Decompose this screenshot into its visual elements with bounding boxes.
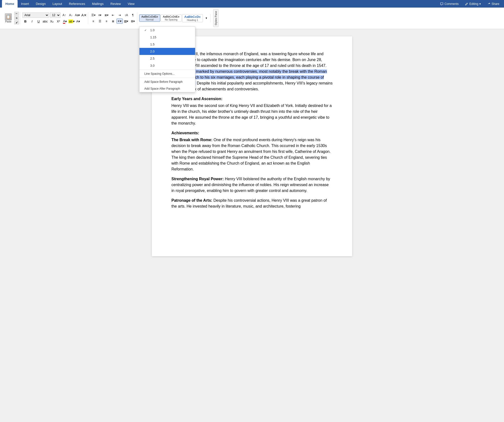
- font-size-select[interactable]: 12: [50, 12, 61, 18]
- comments-label: Comments: [444, 2, 459, 6]
- subscript-button[interactable]: X₂: [49, 19, 55, 24]
- tab-layout[interactable]: Layout: [49, 0, 65, 8]
- borders-button[interactable]: ⊞▾: [130, 19, 136, 24]
- align-center-button[interactable]: ☰: [97, 19, 103, 24]
- pencil-icon: [465, 2, 468, 6]
- document-area: King Henry VIII, the infamous monarch of…: [0, 29, 504, 264]
- font-group: Arial 12 A↑ A↓ Aa▾ A✕ B I U abc X₂ X²: [21, 12, 88, 24]
- paragraph-2: Henry VIII was the second son of King He…: [171, 103, 333, 126]
- tab-view[interactable]: View: [124, 0, 138, 8]
- share-icon: [487, 2, 491, 6]
- heading-break-rome: The Break with Rome:: [171, 138, 212, 142]
- italic-button[interactable]: I: [29, 19, 35, 24]
- dropdown-divider-1: [139, 70, 195, 70]
- style-nospacing-preview: AaBbCcDdEe: [163, 15, 179, 18]
- ribbon-tabs: Home Insert Design Layout References Mai…: [0, 0, 504, 8]
- paste-button[interactable]: 📋 Paste: [3, 12, 14, 24]
- sort-button[interactable]: ↕A: [123, 12, 129, 18]
- style-heading1[interactable]: AaBbCcDc Heading 1: [182, 14, 203, 22]
- tab-review[interactable]: Review: [107, 0, 124, 8]
- copy-button[interactable]: ⧉: [14, 16, 19, 20]
- linespacing-option-3[interactable]: 1.5: [139, 41, 195, 48]
- paragraph-arts: Patronage of the Arts: Despite his contr…: [171, 198, 333, 209]
- shading-para-button[interactable]: ▨▾: [123, 19, 129, 24]
- align-right-button[interactable]: ≡: [103, 19, 110, 24]
- clipboard-group: 📋 Paste ✂ ⧉ 🖌: [2, 12, 20, 24]
- tab-mailings[interactable]: Mailings: [89, 0, 107, 8]
- paragraph-break-rome: The Break with Rome: One of the most pro…: [171, 137, 333, 172]
- shading-button[interactable]: A▾: [75, 19, 81, 24]
- style-normal-label: Normal: [146, 18, 154, 21]
- linespacing-options-link[interactable]: Line Spacing Options...: [139, 70, 195, 77]
- share-label: Share: [492, 2, 499, 6]
- paragraph-royal-power: Strengthening Royal Power: Henry VIII bo…: [171, 176, 333, 194]
- change-case-button[interactable]: Aa▾: [74, 12, 80, 18]
- heading-early-years: Early Years and Ascension:: [171, 96, 333, 102]
- font-color-button[interactable]: A▾: [62, 19, 68, 24]
- underline-button[interactable]: U: [35, 19, 42, 24]
- add-space-after-button[interactable]: Add Space After Paragraph: [139, 85, 195, 92]
- increase-font-button[interactable]: A↑: [61, 12, 67, 18]
- style-normal[interactable]: AaBbCcDdEe Normal: [139, 14, 160, 22]
- editing-button[interactable]: Editing ▾: [462, 1, 483, 7]
- style-heading1-preview: AaBbCcDc: [184, 15, 201, 19]
- linespacing-option-4[interactable]: 2.0: [139, 48, 195, 55]
- line-spacing-button[interactable]: ≡ ▾: [116, 19, 123, 24]
- dropdown-divider-2: [139, 78, 195, 78]
- tab-references[interactable]: References: [65, 0, 88, 8]
- highlight-button[interactable]: ab▾: [68, 19, 75, 24]
- tab-home[interactable]: Home: [2, 0, 18, 8]
- linespacing-option-1[interactable]: ✓ 1.0: [139, 27, 195, 34]
- heading-arts: Patronage of the Arts:: [171, 198, 212, 202]
- style-no-spacing[interactable]: AaBbCcDdEe No Spacing: [161, 14, 182, 22]
- share-button[interactable]: Share: [484, 1, 502, 7]
- bullets-button[interactable]: ☰▾: [90, 12, 96, 18]
- heading-achievements: Achievements:: [171, 130, 333, 136]
- font-name-select[interactable]: Arial: [22, 12, 49, 18]
- paste-icon: 📋: [5, 13, 12, 20]
- linespacing-option-5[interactable]: 2.5: [139, 55, 195, 62]
- tab-insert[interactable]: Insert: [18, 0, 32, 8]
- paragraph-1: King Henry VIII, the infamous monarch of…: [171, 51, 333, 92]
- style-heading1-label: Heading 1: [187, 19, 198, 21]
- numbering-button[interactable]: ≡▾: [97, 12, 103, 18]
- ribbon-right-controls: Comments Editing ▾ Share: [437, 0, 504, 8]
- more-styles-button[interactable]: ▾: [203, 15, 209, 21]
- linespacing-option-6[interactable]: 3.0: [139, 62, 195, 69]
- decrease-font-button[interactable]: A↓: [68, 12, 74, 18]
- font-format-row: B I U abc X₂ X² A▾ ab▾ A▾: [22, 19, 87, 24]
- strikethrough-button[interactable]: abc: [42, 19, 48, 24]
- styles-pane-button[interactable]: Styles Pane: [211, 9, 220, 28]
- paste-label: Paste: [5, 20, 11, 23]
- ribbon-toolbar: 📋 Paste ✂ ⧉ 🖌 Arial: [0, 8, 504, 29]
- increase-indent-button[interactable]: ⇥: [116, 12, 123, 18]
- style-normal-preview: AaBbCcDdEe: [141, 15, 158, 18]
- show-para-button[interactable]: ¶: [130, 12, 136, 18]
- app-window: Home Insert Design Layout References Mai…: [0, 0, 504, 264]
- format-painter-button[interactable]: 🖌: [14, 21, 19, 24]
- align-left-button[interactable]: ≡: [90, 19, 96, 24]
- style-nospacing-label: No Spacing: [165, 18, 178, 21]
- comment-icon: [440, 2, 443, 6]
- bold-button[interactable]: B: [22, 19, 29, 24]
- add-space-before-button[interactable]: Add Space Before Paragraph: [139, 78, 195, 85]
- paragraph-group: ☰▾ ≡▾ ≣▾ ⇤ ⇥ ↕A ¶ ≡ ☰ ≡ ≣ ≡ ▾: [89, 12, 137, 24]
- check-icon-1: ✓: [144, 29, 148, 32]
- styles-group: AaBbCcDdEe Normal AaBbCcDdEe No Spacing …: [138, 14, 210, 22]
- clear-format-button[interactable]: A✕: [81, 12, 87, 18]
- line-spacing-dropdown: ✓ 1.0 1.15 1.5 2.0 2.5 3.0 Line Spacing …: [139, 26, 195, 92]
- multilevel-button[interactable]: ≣▾: [103, 12, 110, 18]
- superscript-button[interactable]: X²: [55, 19, 62, 24]
- styles-pane-label: Styles Pane: [213, 9, 219, 27]
- linespacing-option-2[interactable]: 1.15: [139, 34, 195, 41]
- heading-royal-power: Strengthening Royal Power:: [171, 177, 224, 181]
- cut-button[interactable]: ✂: [14, 12, 19, 16]
- editing-label: Editing: [469, 2, 478, 6]
- comments-button[interactable]: Comments: [437, 1, 461, 7]
- decrease-indent-button[interactable]: ⇤: [110, 12, 116, 18]
- justify-button[interactable]: ≣: [110, 19, 116, 24]
- tab-design[interactable]: Design: [32, 0, 49, 8]
